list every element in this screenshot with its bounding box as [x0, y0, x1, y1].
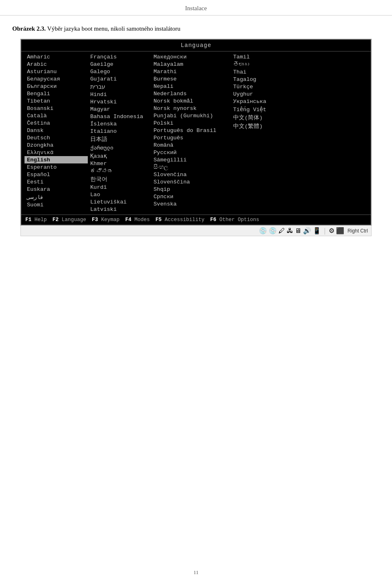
- power-icon: ⬛: [336, 227, 344, 235]
- lang-item[interactable]: Gaeilge: [88, 60, 151, 68]
- lang-item[interactable]: Hrvatski: [88, 98, 151, 105]
- lang-item[interactable]: Português: [151, 134, 231, 141]
- lang-item[interactable]: Burmese: [151, 75, 231, 83]
- header-title: Instalace: [185, 5, 207, 11]
- lang-item[interactable]: Español: [24, 171, 88, 178]
- lang-item[interactable]: 中文(简体): [231, 113, 300, 122]
- lang-item[interactable]: Lao: [88, 191, 151, 198]
- lang-item[interactable]: Polski: [151, 119, 231, 127]
- key-label: F4: [125, 217, 131, 223]
- lang-item[interactable]: Marathi: [151, 68, 231, 75]
- lang-item[interactable]: 日本語: [88, 135, 151, 143]
- lang-item[interactable]: Bahasa Indonesia: [88, 113, 151, 120]
- lang-item[interactable]: Русский: [151, 149, 231, 156]
- lang-item[interactable]: עברית: [88, 83, 151, 91]
- lang-item[interactable]: Tiếng Việt: [231, 105, 300, 113]
- lang-item[interactable]: Bengali: [24, 90, 88, 97]
- lang-item[interactable]: Eesti: [24, 178, 88, 186]
- lang-item[interactable]: Bosanski: [24, 105, 88, 112]
- lang-item[interactable]: Dzongkha: [24, 141, 88, 149]
- lang-item[interactable]: Italiano: [88, 127, 151, 135]
- lang-item[interactable]: తెలుగు: [231, 60, 300, 68]
- lang-item[interactable]: Қазақ: [88, 152, 151, 160]
- lang-item[interactable]: Punjabi (Gurmukhi): [151, 112, 231, 119]
- lang-item[interactable]: Suomi: [24, 201, 88, 208]
- lang-item[interactable]: Hindi: [88, 91, 151, 98]
- figure-caption: Obrázek 2.3. Výběr jazyka boot menu, nik…: [12, 25, 380, 32]
- lang-item[interactable]: Tibetan: [24, 97, 88, 105]
- disk-icon: 💿: [259, 227, 267, 235]
- screen-icon: 🖥: [295, 227, 301, 235]
- lang-item[interactable]: Slovenčina: [151, 171, 231, 178]
- lang-item[interactable]: Gujarati: [88, 75, 151, 83]
- lang-item[interactable]: Ελληνικά: [24, 149, 88, 156]
- footer-key-f6[interactable]: F6 Other Options: [210, 217, 259, 223]
- lang-item[interactable]: Українська: [231, 98, 300, 105]
- lang-item[interactable]: Lietuviškai: [88, 198, 151, 206]
- footer-key-f4[interactable]: F4 Modes: [125, 217, 150, 223]
- page-header: Instalace: [0, 0, 392, 16]
- lang-item[interactable]: 한국어: [88, 175, 151, 183]
- lang-item[interactable]: Svenska: [151, 200, 231, 208]
- lang-item[interactable]: Nederlands: [151, 90, 231, 97]
- lang-item[interactable]: Sámegillii: [151, 156, 231, 163]
- device-icon: 📱: [313, 227, 321, 235]
- key-desc: Keymap: [101, 217, 120, 223]
- lang-item[interactable]: Português do Brasil: [151, 127, 231, 134]
- figure-caption-bold: Obrázek 2.3.: [12, 25, 46, 32]
- settings-icon: ⚙: [329, 227, 334, 235]
- lang-item[interactable]: Uyghur: [231, 90, 300, 98]
- lang-item[interactable]: English: [24, 156, 88, 163]
- key-desc: Accessibility: [165, 217, 205, 223]
- key-label: F6: [210, 217, 216, 223]
- lang-item[interactable]: Thai: [231, 68, 300, 76]
- lang-item[interactable]: Arabic: [24, 60, 88, 68]
- audio-icon: 🔊: [303, 227, 311, 235]
- lang-item[interactable]: Amharic: [24, 53, 88, 60]
- lang-item[interactable]: Български: [24, 83, 88, 90]
- network-icon: 🖧: [287, 227, 293, 235]
- lang-item[interactable]: Српски: [151, 193, 231, 200]
- lang-item[interactable]: Galego: [88, 68, 151, 75]
- lang-item[interactable]: Íslenska: [88, 120, 151, 127]
- lang-item[interactable]: Esperanto: [24, 163, 88, 171]
- lang-item[interactable]: Tagalog: [231, 76, 300, 83]
- lang-item[interactable]: Shqip: [151, 186, 231, 193]
- lang-item[interactable]: සිංහල: [151, 163, 231, 171]
- lang-item[interactable]: Català: [24, 112, 88, 119]
- vm-toolbar: 💿 💿 🖊 🖧 🖥 🔊 📱 | ⚙ ⬛ Right Ctrl: [20, 226, 372, 236]
- lang-item[interactable]: Malayalam: [151, 60, 231, 68]
- lang-item[interactable]: Dansk: [24, 127, 88, 134]
- lang-item[interactable]: فارسی: [24, 193, 88, 201]
- lang-item[interactable]: Nepali: [151, 83, 231, 90]
- lang-item[interactable]: Slovenščina: [151, 178, 231, 186]
- lang-item[interactable]: Latviski: [88, 206, 151, 213]
- lang-item[interactable]: Norsk nynorsk: [151, 105, 231, 112]
- footer-key-f5[interactable]: F5 Accessibility: [156, 217, 205, 223]
- lang-item[interactable]: Asturianu: [24, 68, 88, 75]
- lang-item[interactable]: Magyar: [88, 105, 151, 113]
- lang-item[interactable]: Čeština: [24, 119, 88, 127]
- lang-item[interactable]: Français: [88, 53, 151, 60]
- lang-item[interactable]: Română: [151, 141, 231, 149]
- key-label: F3: [92, 217, 98, 223]
- lang-item[interactable]: Norsk bokmål: [151, 97, 231, 105]
- footer-key-f3[interactable]: F3 Keymap: [92, 217, 120, 223]
- lang-item[interactable]: 中文(繁體): [231, 122, 300, 130]
- footer-key-f2[interactable]: F2 Language: [53, 217, 87, 223]
- lang-item[interactable]: Беларуская: [24, 75, 88, 83]
- lang-item[interactable]: Deutsch: [24, 134, 88, 141]
- figure-caption-text: Výběr jazyka boot menu, nikoli samotného…: [46, 25, 180, 32]
- page-content: Obrázek 2.3. Výběr jazyka boot menu, nik…: [0, 16, 392, 236]
- lang-item[interactable]: Khmer: [88, 160, 151, 167]
- lang-item[interactable]: ಕನ್ನಡ: [88, 167, 151, 175]
- lang-item[interactable]: Kurdî: [88, 183, 151, 191]
- boot-menu-footer: F1 HelpF2 LanguageF3 KeymapF4 ModesF5 Ac…: [21, 215, 371, 225]
- footer-key-f1[interactable]: F1 Help: [25, 217, 47, 223]
- lang-item[interactable]: Türkçe: [231, 83, 300, 90]
- lang-item[interactable]: Македонски: [151, 53, 231, 60]
- key-desc: Modes: [134, 217, 150, 223]
- lang-item[interactable]: Tamil: [231, 53, 300, 60]
- lang-item[interactable]: ქართული: [88, 143, 151, 152]
- lang-item[interactable]: Euskara: [24, 186, 88, 193]
